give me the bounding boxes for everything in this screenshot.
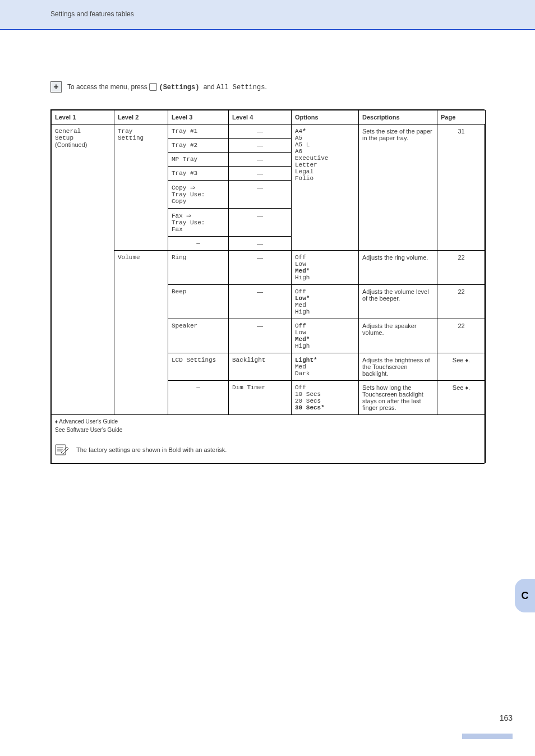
- page-header: Settings and features tables: [50, 10, 134, 18]
- factory-note-row: The factory settings are shown in Bold w…: [52, 436, 486, 463]
- cell-desc: Adjusts the speaker volume.: [359, 319, 437, 353]
- th-page: Page: [437, 110, 486, 125]
- th-options: Options: [292, 110, 359, 125]
- cell-l4: —: [229, 153, 292, 167]
- table-row: ♦ Advanced User's Guide See Software Use…: [52, 415, 486, 437]
- cell-l3: Tray #2: [168, 139, 229, 153]
- th-level4: Level 4: [229, 110, 292, 125]
- note-icon: [55, 443, 70, 457]
- cell-l3: —: [168, 237, 229, 251]
- ref-software: See Software User's Guide: [55, 427, 482, 433]
- cell-l3-fax: Fax ⇒Tray Use:Fax: [168, 209, 229, 237]
- cell-level2-volume: Volume: [114, 251, 168, 415]
- cell-options: OffLowMed*High: [292, 319, 359, 353]
- settings-table: Level 1 Level 2 Level 3 Level 4 Options …: [50, 109, 485, 464]
- cell-options: OffLowMed*High: [292, 251, 359, 285]
- cell-l4: —: [229, 139, 292, 153]
- factory-note-text: The factory settings are shown in Bold w…: [76, 446, 227, 453]
- cell-l4: —: [229, 251, 292, 285]
- table-row: Volume Ring — OffLowMed*High Adjusts the…: [52, 251, 486, 285]
- cell-options: Off10 Secs20 Secs30 Secs*: [292, 381, 359, 415]
- cell-level2-tray: TraySetting: [114, 125, 168, 251]
- ref-advanced: ♦ Advanced User's Guide: [55, 418, 482, 425]
- cell-page-paper: 31: [437, 125, 486, 251]
- cell-l3: —: [168, 381, 229, 415]
- cell-l3-copy: Copy ⇒Tray Use:Copy: [168, 181, 229, 209]
- cell-l4: —: [229, 319, 292, 353]
- code-all-settings: All Settings: [216, 84, 265, 91]
- instruction-row: + To access the menu, press (Settings) a…: [50, 81, 267, 93]
- cell-page: 22: [437, 285, 486, 319]
- plus-icon: +: [50, 81, 62, 93]
- cell-l4: —: [229, 125, 292, 139]
- th-level1: Level 1: [52, 110, 114, 125]
- cell-options-paper: A4*A5A5 LA6ExecutiveLetterLegalFolio: [292, 125, 359, 251]
- table-row: GeneralSetup(Continued) TraySetting Tray…: [52, 125, 486, 139]
- cell-l3: Speaker: [168, 319, 229, 353]
- cell-l3: Ring: [168, 251, 229, 285]
- cell-l3: MP Tray: [168, 153, 229, 167]
- cell-page: 22: [437, 251, 486, 285]
- cell-page: See ♦.: [437, 353, 486, 381]
- cell-desc: Adjusts the brightness of the Touchscree…: [359, 353, 437, 381]
- cell-options: Light*MedDark: [292, 353, 359, 381]
- cell-l4: —: [229, 181, 292, 209]
- cell-desc: Adjusts the volume level of the beeper.: [359, 285, 437, 319]
- cell-l3: Tray #3: [168, 167, 229, 181]
- th-level3: Level 3: [168, 110, 229, 125]
- th-desc: Descriptions: [359, 110, 437, 125]
- cell-desc: Adjusts the ring volume.: [359, 251, 437, 285]
- cell-level1: GeneralSetup(Continued): [52, 125, 114, 415]
- cell-l4: Dim Timer: [229, 381, 292, 415]
- cell-desc-paper: Sets the size of the paper in the paper …: [359, 125, 437, 251]
- cell-l4: —: [229, 209, 292, 237]
- th-level2: Level 2: [114, 110, 168, 125]
- cell-l4: —: [229, 285, 292, 319]
- cell-l4: —: [229, 167, 292, 181]
- cell-l3: LCD Settings: [168, 353, 229, 381]
- cell-l3: Tray #1: [168, 125, 229, 139]
- cell-l3: Beep: [168, 285, 229, 319]
- cell-desc: Sets how long the Touchscreen backlight …: [359, 381, 437, 415]
- cell-l4: —: [229, 237, 292, 251]
- cell-page: See ♦.: [437, 381, 486, 415]
- cell-page: 22: [437, 319, 486, 353]
- page-number: 163: [500, 713, 513, 722]
- cell-l4: Backlight: [229, 353, 292, 381]
- footer-rule: [462, 734, 513, 739]
- side-tab: C: [515, 579, 535, 612]
- cell-options: OffLow*MedHigh: [292, 285, 359, 319]
- instruction-text: To access the menu, press (Settings) and…: [67, 83, 267, 91]
